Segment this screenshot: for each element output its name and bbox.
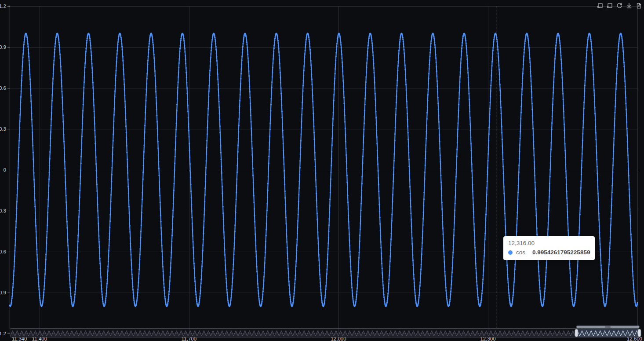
toolbox-save-image-button[interactable]: [625, 1, 633, 10]
y-axis-label: 0.6: [0, 85, 6, 91]
restore-icon: [616, 2, 623, 9]
tooltip-series-value: 0.9954261795225859: [532, 249, 590, 257]
toolbox: [596, 1, 643, 10]
chart-root: 1.20.90.60.30-0.3-0.6-0.9-1.211,34011,40…: [0, 0, 644, 341]
y-axis-label: 1.2: [0, 4, 6, 9]
toolbox-zoom-button[interactable]: [596, 1, 604, 10]
tooltip: 12,316.00 cos 0.9954261795225859: [503, 236, 595, 260]
y-axis-label: -0.6: [0, 249, 6, 254]
tooltip-x-value: 12,316.00: [508, 239, 590, 247]
zoom-back-icon: [606, 2, 613, 9]
tooltip-series-row: cos 0.9954261795225859: [508, 249, 590, 257]
download-icon: [626, 2, 633, 9]
zoom-box-icon: [597, 2, 604, 9]
y-axis-label: -0.9: [0, 290, 6, 295]
data-view-icon: [635, 2, 642, 9]
tooltip-series-name: cos: [516, 249, 525, 257]
y-axis-label: 0: [4, 167, 6, 172]
y-axis-label: 0.3: [0, 126, 6, 132]
toolbox-restore-button[interactable]: [615, 1, 623, 10]
y-axis-label: -1.2: [0, 331, 6, 336]
series-marker-dot: [508, 250, 513, 255]
plot-area[interactable]: [10, 6, 637, 334]
y-axis-label: -0.3: [0, 208, 6, 213]
toolbox-data-view-button[interactable]: [634, 1, 643, 10]
toolbox-zoom-back-button[interactable]: [605, 1, 614, 10]
data-zoom-right-handle[interactable]: [638, 329, 641, 337]
y-axis-label: 0.9: [0, 44, 6, 50]
